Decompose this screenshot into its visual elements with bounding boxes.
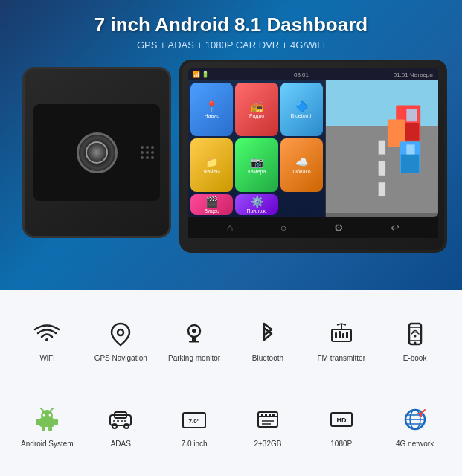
wifi-icon xyxy=(31,318,62,350)
svg-point-28 xyxy=(414,341,416,344)
app-label: Навиг. xyxy=(205,113,219,118)
speaker-dots xyxy=(141,146,154,159)
cloud-icon: ☁️ xyxy=(295,156,308,168)
feature-android-label: Android System xyxy=(21,439,74,448)
speaker-dot xyxy=(146,146,149,149)
apps-icon: ⚙️ xyxy=(251,196,263,208)
bluetooth-icon: 🔷 xyxy=(295,100,308,112)
return-button[interactable]: ↩ xyxy=(391,222,400,234)
svg-rect-52 xyxy=(272,414,275,416)
feature-bluetooth-label: Bluetooth xyxy=(252,353,283,363)
speaker-dot xyxy=(146,156,149,159)
radio-icon: 📻 xyxy=(251,100,263,112)
files-icon: 📁 xyxy=(205,156,218,168)
svg-rect-0 xyxy=(326,84,438,126)
app-bluetooth[interactable]: 🔷 Bluetooth xyxy=(280,83,323,136)
svg-rect-18 xyxy=(335,332,337,338)
road-scene-svg xyxy=(326,80,438,217)
feature-android: Android System xyxy=(12,386,83,466)
svg-rect-51 xyxy=(269,414,271,416)
feature-1080p: HD 1080P xyxy=(306,386,376,466)
app-label: Облако xyxy=(292,169,310,174)
app-camera[interactable]: 📷 Камера xyxy=(235,138,277,192)
svg-rect-20 xyxy=(342,333,344,338)
svg-point-33 xyxy=(49,414,51,416)
parking-icon xyxy=(179,318,210,350)
hd-icon: HD xyxy=(326,404,357,435)
screen-content: 📍 Навиг. 📻 Радио 🔷 Bluetooth 📁 xyxy=(188,80,438,217)
camera-icon: 📷 xyxy=(251,156,263,168)
storage-icon xyxy=(252,404,283,435)
app-label: Bluetooth xyxy=(291,113,313,118)
svg-rect-4 xyxy=(379,182,385,196)
svg-rect-2 xyxy=(379,141,385,155)
device-back xyxy=(22,67,171,238)
svg-point-32 xyxy=(43,414,45,416)
speaker-dot xyxy=(141,156,144,159)
speaker-dot xyxy=(146,151,149,154)
features-grid: WiFi GPS Navigation Parki xyxy=(12,300,450,466)
gps-icon xyxy=(105,318,136,350)
feature-adas-label: ADAS xyxy=(111,439,131,448)
speaker-dot xyxy=(151,156,154,159)
svg-point-14 xyxy=(192,329,196,333)
feature-ebook-label: E-book xyxy=(403,353,427,363)
feature-parking: Parking monitor xyxy=(159,300,230,380)
svg-rect-49 xyxy=(261,414,263,416)
app-label: Файлы xyxy=(204,169,220,174)
network-4g-icon xyxy=(400,404,431,435)
svg-rect-21 xyxy=(346,332,348,338)
app-apps[interactable]: ⚙️ Прилож. xyxy=(235,194,277,215)
svg-rect-16 xyxy=(189,341,199,343)
svg-rect-3 xyxy=(379,161,385,176)
svg-rect-11 xyxy=(407,144,415,154)
svg-text:HD: HD xyxy=(336,416,346,424)
feature-gps-label: GPS Navigation xyxy=(94,353,147,363)
feature-ebook: E-book xyxy=(379,300,450,380)
feature-gps: GPS Navigation xyxy=(86,300,156,380)
device-screen: 📶 🔋 08:01 01.01 Четвергг 📍 Навиг. 📻 Ради… xyxy=(188,68,438,217)
feature-storage-label: 2+32GB xyxy=(254,439,281,448)
svg-rect-39 xyxy=(48,426,52,431)
feature-inch: 7.0" 7.0 inch xyxy=(159,386,230,466)
speaker-dot xyxy=(141,146,144,149)
speaker-dot xyxy=(141,151,144,154)
back-button[interactable]: ○ xyxy=(280,222,286,234)
speaker-dot xyxy=(151,146,154,149)
screen-date: 01.01 Четвергг xyxy=(394,71,434,78)
svg-rect-31 xyxy=(39,418,54,427)
camera-lens-inner xyxy=(86,141,108,164)
speaker-dot xyxy=(151,151,154,154)
svg-line-35 xyxy=(51,408,53,411)
home-button[interactable]: ⌂ xyxy=(227,222,233,234)
android-icon xyxy=(31,404,62,435)
app-cloud[interactable]: ☁️ Облако xyxy=(280,138,323,192)
app-grid: 📍 Навиг. 📻 Радио 🔷 Bluetooth 📁 xyxy=(188,80,325,217)
app-files[interactable]: 📁 Файлы xyxy=(190,138,233,192)
app-radio[interactable]: 📻 Радио xyxy=(235,83,277,136)
settings-button[interactable]: ⚙ xyxy=(334,222,344,234)
svg-point-12 xyxy=(118,329,123,335)
svg-rect-19 xyxy=(339,331,341,338)
screen-status-icons: 📶 🔋 xyxy=(193,71,209,78)
fm-icon xyxy=(326,318,357,350)
svg-rect-47 xyxy=(258,412,277,427)
app-video[interactable]: 🎬 Видео xyxy=(190,194,233,215)
adas-icon xyxy=(105,404,136,435)
app-label: Камера xyxy=(248,169,266,174)
nav-icon: 📍 xyxy=(205,100,218,112)
svg-rect-38 xyxy=(42,426,45,431)
bluetooth-icon-feat xyxy=(252,318,283,350)
svg-text:7.0": 7.0" xyxy=(189,418,200,425)
road-scene xyxy=(326,80,438,217)
svg-rect-17 xyxy=(332,329,351,341)
feature-parking-label: Parking monitor xyxy=(168,353,220,363)
page-subtitle: GPS + ADAS + 1080P CAR DVR + 4G/WiFi xyxy=(94,39,368,51)
camera-lens xyxy=(77,132,118,173)
device-front: 📶 🔋 08:01 01.01 Четвергг 📍 Навиг. 📻 Ради… xyxy=(179,60,447,253)
inch-icon: 7.0" xyxy=(179,404,210,435)
feature-bluetooth: Bluetooth xyxy=(233,300,304,380)
svg-rect-7 xyxy=(407,109,417,121)
screen-time: 08:01 xyxy=(294,71,309,78)
app-navigation[interactable]: 📍 Навиг. xyxy=(190,83,233,136)
